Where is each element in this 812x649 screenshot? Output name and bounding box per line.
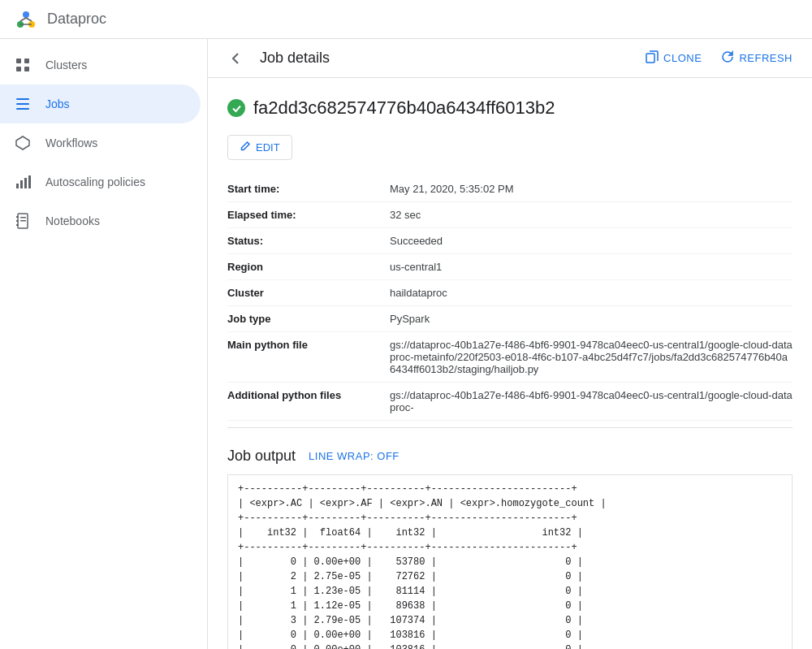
field-value: May 21, 2020, 5:35:02 PM (390, 176, 793, 202)
sidebar-label-autoscaling: Autoscaling policies (45, 175, 145, 188)
svg-marker-13 (16, 136, 29, 149)
svg-rect-24 (646, 54, 654, 63)
field-value: haildataproc (390, 280, 793, 306)
detail-table: Start time:May 21, 2020, 5:35:02 PMElaps… (227, 176, 793, 421)
field-label: Job type (227, 306, 390, 332)
status-circle (227, 99, 245, 117)
field-value: us-central1 (390, 254, 793, 280)
svg-rect-9 (24, 67, 29, 71)
svg-rect-20 (16, 220, 19, 222)
notebooks-icon (13, 211, 32, 231)
svg-rect-22 (20, 217, 26, 218)
svg-point-0 (23, 11, 29, 18)
back-button[interactable] (227, 50, 244, 67)
svg-rect-19 (16, 216, 19, 218)
svg-rect-14 (16, 184, 19, 188)
field-label: Region (227, 254, 390, 280)
sidebar-item-notebooks[interactable]: Notebooks (0, 201, 201, 240)
sidebar: Clusters Jobs Workflows (0, 39, 208, 649)
field-value: gs://dataproc-40b1a27e-f486-4bf6-9901-94… (390, 383, 793, 421)
detail-row: Regionus-central1 (227, 254, 793, 280)
refresh-icon (721, 50, 734, 67)
detail-row: Start time:May 21, 2020, 5:35:02 PM (227, 176, 793, 202)
clone-button[interactable]: CLONE (646, 50, 702, 67)
sidebar-item-clusters[interactable]: Clusters (0, 45, 201, 84)
jobs-icon (13, 94, 32, 114)
clusters-icon (13, 55, 32, 75)
clone-label: CLONE (663, 52, 702, 64)
sidebar-label-workflows: Workflows (45, 136, 97, 149)
detail-row: Status:Succeeded (227, 228, 793, 254)
detail-row: Main python filegs://dataproc-40b1a27e-f… (227, 332, 793, 383)
field-value: PySpark (390, 306, 793, 332)
autoscaling-icon (13, 172, 32, 192)
sidebar-label-clusters: Clusters (45, 58, 87, 71)
sidebar-item-jobs[interactable]: Jobs (0, 84, 201, 123)
field-value: gs://dataproc-40b1a27e-f486-4bf6-9901-94… (390, 332, 793, 383)
svg-rect-6 (16, 58, 21, 63)
sidebar-label-notebooks: Notebooks (45, 214, 100, 227)
field-value: Succeeded (390, 228, 793, 254)
page-title: Job details (260, 50, 330, 67)
field-label: Main python file (227, 332, 390, 383)
svg-rect-11 (16, 103, 29, 105)
app-icon (13, 6, 39, 32)
refresh-label: REFRESH (739, 52, 793, 64)
svg-rect-10 (16, 98, 29, 100)
refresh-button[interactable]: REFRESH (721, 50, 793, 67)
detail-row: Job typePySpark (227, 306, 793, 332)
field-label: Start time: (227, 176, 390, 202)
svg-rect-21 (16, 224, 19, 226)
workflows-icon (13, 133, 32, 153)
detail-row: Additional python filesgs://dataproc-40b… (227, 383, 793, 421)
content-area: Job details CLONE REFRESH (208, 39, 812, 649)
svg-rect-23 (20, 220, 26, 222)
output-title: Job output (227, 448, 296, 465)
svg-rect-16 (24, 178, 27, 188)
detail-row: Elapsed time:32 sec (227, 202, 793, 228)
svg-line-3 (20, 18, 26, 21)
job-id: fa2dd3c682574776b40a6434ff6013b2 (253, 97, 555, 119)
edit-button[interactable]: EDIT (227, 135, 292, 160)
svg-line-4 (26, 18, 32, 21)
field-value: 32 sec (390, 202, 793, 228)
output-header: Job output LINE WRAP: OFF (227, 448, 793, 465)
svg-rect-8 (16, 67, 21, 71)
terminal-output: +----------+---------+----------+-------… (227, 474, 793, 649)
svg-rect-15 (20, 180, 23, 188)
topbar: Dataproc (0, 0, 812, 39)
detail-row: Clusterhaildataproc (227, 280, 793, 306)
app-title: Dataproc (47, 11, 106, 28)
sidebar-label-jobs: Jobs (45, 97, 70, 110)
svg-rect-7 (24, 58, 29, 63)
svg-rect-17 (28, 175, 31, 188)
field-label: Cluster (227, 280, 390, 306)
field-label: Status: (227, 228, 390, 254)
job-id-row: fa2dd3c682574776b40a6434ff6013b2 (227, 97, 793, 119)
sidebar-item-autoscaling[interactable]: Autoscaling policies (0, 162, 201, 201)
svg-rect-12 (16, 108, 29, 110)
edit-icon (240, 141, 251, 154)
job-output-section: Job output LINE WRAP: OFF +----------+--… (208, 435, 812, 649)
clone-icon (646, 50, 659, 67)
line-wrap-button[interactable]: LINE WRAP: OFF (309, 450, 400, 462)
sidebar-item-workflows[interactable]: Workflows (0, 123, 201, 162)
field-label: Elapsed time: (227, 202, 390, 228)
field-label: Additional python files (227, 383, 390, 421)
edit-label: EDIT (256, 141, 280, 154)
content-header: Job details CLONE REFRESH (208, 39, 812, 78)
